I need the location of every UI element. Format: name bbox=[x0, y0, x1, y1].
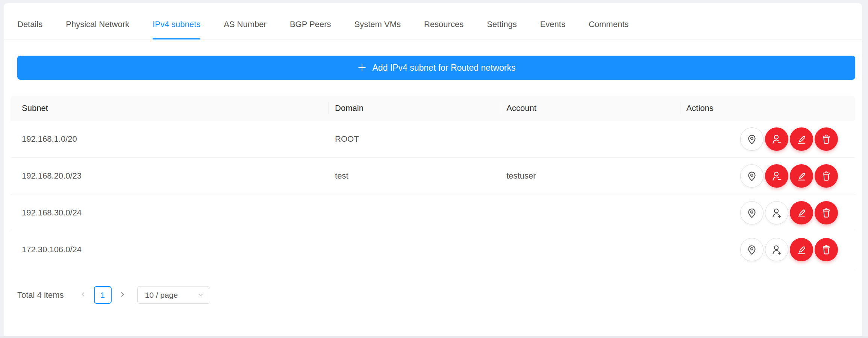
user-minus-icon bbox=[771, 170, 783, 182]
delete-subnet-button[interactable] bbox=[815, 127, 838, 151]
location-pin-icon bbox=[746, 207, 758, 219]
row-actions bbox=[686, 201, 849, 224]
user-minus-icon bbox=[771, 133, 783, 145]
edit-subnet-button[interactable] bbox=[790, 164, 813, 188]
cell-domain: ROOT bbox=[329, 121, 500, 158]
chevron-left-icon bbox=[80, 291, 86, 299]
dedicate-subnet-button[interactable] bbox=[765, 201, 788, 224]
tab-label: Comments bbox=[589, 20, 629, 29]
tab-events[interactable]: Events bbox=[540, 10, 565, 39]
release-dedication-button[interactable] bbox=[765, 127, 788, 151]
tab-settings[interactable]: Settings bbox=[487, 10, 517, 39]
cell-account bbox=[500, 121, 680, 158]
table-row: 172.30.106.0/24 bbox=[11, 231, 855, 268]
tab-label: Resources bbox=[424, 20, 464, 29]
delete-icon bbox=[820, 207, 832, 219]
column-header-subnet: Subnet bbox=[11, 96, 329, 121]
cell-account bbox=[500, 194, 680, 231]
tab-label: Settings bbox=[487, 20, 517, 29]
edit-icon bbox=[795, 170, 807, 182]
table-row: 192.168.1.0/20 ROOT bbox=[11, 121, 855, 158]
view-subnet-button[interactable] bbox=[740, 238, 763, 261]
delete-subnet-button[interactable] bbox=[815, 164, 838, 188]
edit-icon bbox=[795, 133, 807, 145]
tab-system-vms[interactable]: System VMs bbox=[354, 10, 401, 39]
cell-subnet: 192.168.1.0/20 bbox=[11, 121, 329, 158]
cell-domain bbox=[329, 194, 500, 231]
tab-label: AS Number bbox=[224, 20, 267, 29]
tab-bar: Details Physical Network IPv4 subnets AS… bbox=[4, 3, 862, 39]
page-size-label: 10 / page bbox=[145, 291, 178, 300]
cell-subnet: 172.30.106.0/24 bbox=[11, 231, 329, 268]
page-1-button[interactable]: 1 bbox=[94, 286, 112, 304]
row-actions bbox=[686, 164, 849, 188]
add-ipv4-subnet-button[interactable]: Add IPv4 subnet for Routed networks bbox=[17, 56, 855, 80]
table-header-row: Subnet Domain Account Actions bbox=[11, 96, 855, 121]
column-header-domain: Domain bbox=[329, 96, 500, 121]
tab-details[interactable]: Details bbox=[17, 10, 42, 39]
edit-subnet-button[interactable] bbox=[790, 201, 813, 224]
cell-domain bbox=[329, 231, 500, 268]
dedicate-subnet-button[interactable] bbox=[765, 238, 788, 261]
column-header-account: Account bbox=[500, 96, 680, 121]
tab-label: Events bbox=[540, 20, 565, 29]
table-body: 192.168.1.0/20 ROOT bbox=[11, 121, 855, 268]
tab-label: BGP Peers bbox=[290, 20, 331, 29]
chevron-right-icon bbox=[119, 291, 126, 299]
cell-subnet: 192.168.20.0/23 bbox=[11, 158, 329, 194]
cell-account bbox=[500, 231, 680, 268]
window-bottom-edge bbox=[0, 336, 868, 338]
delete-icon bbox=[820, 170, 832, 182]
edit-icon bbox=[795, 244, 807, 256]
tab-label: System VMs bbox=[354, 20, 401, 29]
tab-bgp-peers[interactable]: BGP Peers bbox=[290, 10, 331, 39]
edit-subnet-button[interactable] bbox=[790, 127, 813, 151]
page-size-dropdown[interactable]: 10 / page bbox=[137, 286, 210, 304]
total-items-label: Total 4 items bbox=[17, 290, 64, 300]
tab-comments[interactable]: Comments bbox=[589, 10, 629, 39]
table-row: 192.168.20.0/23 test testuser bbox=[11, 158, 855, 194]
tab-resources[interactable]: Resources bbox=[424, 10, 464, 39]
subnet-table: Subnet Domain Account Actions 192.168.1.… bbox=[11, 96, 855, 268]
delete-subnet-button[interactable] bbox=[815, 238, 838, 261]
tab-ipv4-subnets[interactable]: IPv4 subnets bbox=[153, 10, 200, 39]
table-row: 192.168.30.0/24 bbox=[11, 194, 855, 231]
column-header-actions: Actions bbox=[680, 96, 855, 121]
view-subnet-button[interactable] bbox=[740, 127, 763, 151]
user-plus-icon bbox=[771, 207, 783, 219]
cell-domain: test bbox=[329, 158, 500, 194]
tab-label: Physical Network bbox=[66, 20, 129, 29]
location-pin-icon bbox=[746, 170, 758, 182]
add-button-label: Add IPv4 subnet for Routed networks bbox=[373, 63, 516, 73]
tab-as-number[interactable]: AS Number bbox=[224, 10, 267, 39]
location-pin-icon bbox=[746, 133, 758, 145]
delete-icon bbox=[820, 133, 832, 145]
row-actions bbox=[686, 238, 849, 261]
detail-card: Details Physical Network IPv4 subnets AS… bbox=[4, 3, 862, 338]
location-pin-icon bbox=[746, 244, 758, 256]
user-plus-icon bbox=[771, 244, 783, 256]
edit-icon bbox=[795, 207, 807, 219]
tab-label: Details bbox=[17, 20, 42, 29]
previous-page-button[interactable] bbox=[77, 286, 89, 304]
delete-icon bbox=[820, 244, 832, 256]
cell-subnet: 192.168.30.0/24 bbox=[11, 194, 329, 231]
cell-account: testuser bbox=[500, 158, 680, 194]
chevron-down-icon bbox=[197, 292, 204, 298]
tab-physical-network[interactable]: Physical Network bbox=[66, 10, 129, 39]
pagination: Total 4 items 1 10 / page bbox=[17, 286, 855, 304]
view-subnet-button[interactable] bbox=[740, 164, 763, 188]
view-subnet-button[interactable] bbox=[740, 201, 763, 224]
release-dedication-button[interactable] bbox=[765, 164, 788, 188]
tab-label: IPv4 subnets bbox=[153, 20, 200, 29]
edit-subnet-button[interactable] bbox=[790, 238, 813, 261]
plus-icon bbox=[357, 63, 367, 73]
delete-subnet-button[interactable] bbox=[815, 201, 838, 224]
row-actions bbox=[686, 127, 849, 151]
next-page-button[interactable] bbox=[117, 286, 128, 304]
